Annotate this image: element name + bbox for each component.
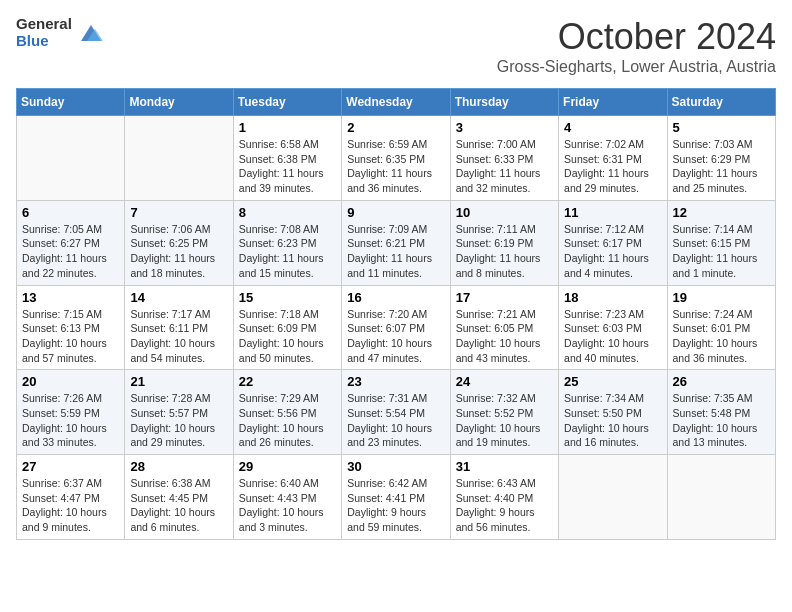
day-info: Sunrise: 7:02 AM Sunset: 6:31 PM Dayligh… — [564, 137, 661, 196]
day-number: 11 — [564, 205, 661, 220]
day-number: 13 — [22, 290, 119, 305]
day-number: 20 — [22, 374, 119, 389]
logo-blue-text: Blue — [16, 33, 72, 50]
day-number: 21 — [130, 374, 227, 389]
day-info: Sunrise: 7:29 AM Sunset: 5:56 PM Dayligh… — [239, 391, 336, 450]
day-number: 24 — [456, 374, 553, 389]
day-number: 7 — [130, 205, 227, 220]
calendar-week-row: 1Sunrise: 6:58 AM Sunset: 6:38 PM Daylig… — [17, 116, 776, 201]
calendar-cell: 4Sunrise: 7:02 AM Sunset: 6:31 PM Daylig… — [559, 116, 667, 201]
calendar-cell: 3Sunrise: 7:00 AM Sunset: 6:33 PM Daylig… — [450, 116, 558, 201]
location-title: Gross-Siegharts, Lower Austria, Austria — [497, 58, 776, 76]
weekday-header: Sunday — [17, 89, 125, 116]
day-info: Sunrise: 7:05 AM Sunset: 6:27 PM Dayligh… — [22, 222, 119, 281]
calendar-cell: 8Sunrise: 7:08 AM Sunset: 6:23 PM Daylig… — [233, 200, 341, 285]
day-info: Sunrise: 7:31 AM Sunset: 5:54 PM Dayligh… — [347, 391, 444, 450]
day-number: 14 — [130, 290, 227, 305]
page-header: General Blue October 2024 Gross-Sieghart… — [16, 16, 776, 76]
day-info: Sunrise: 7:34 AM Sunset: 5:50 PM Dayligh… — [564, 391, 661, 450]
day-number: 22 — [239, 374, 336, 389]
day-info: Sunrise: 6:58 AM Sunset: 6:38 PM Dayligh… — [239, 137, 336, 196]
calendar-cell: 2Sunrise: 6:59 AM Sunset: 6:35 PM Daylig… — [342, 116, 450, 201]
day-number: 2 — [347, 120, 444, 135]
day-info: Sunrise: 7:09 AM Sunset: 6:21 PM Dayligh… — [347, 222, 444, 281]
calendar-cell: 19Sunrise: 7:24 AM Sunset: 6:01 PM Dayli… — [667, 285, 775, 370]
calendar-cell: 31Sunrise: 6:43 AM Sunset: 4:40 PM Dayli… — [450, 455, 558, 540]
calendar-cell: 12Sunrise: 7:14 AM Sunset: 6:15 PM Dayli… — [667, 200, 775, 285]
weekday-header: Wednesday — [342, 89, 450, 116]
day-number: 26 — [673, 374, 770, 389]
day-number: 27 — [22, 459, 119, 474]
day-number: 23 — [347, 374, 444, 389]
day-info: Sunrise: 7:32 AM Sunset: 5:52 PM Dayligh… — [456, 391, 553, 450]
day-number: 6 — [22, 205, 119, 220]
weekday-header: Monday — [125, 89, 233, 116]
day-info: Sunrise: 7:03 AM Sunset: 6:29 PM Dayligh… — [673, 137, 770, 196]
calendar-cell: 13Sunrise: 7:15 AM Sunset: 6:13 PM Dayli… — [17, 285, 125, 370]
day-info: Sunrise: 6:37 AM Sunset: 4:47 PM Dayligh… — [22, 476, 119, 535]
day-number: 29 — [239, 459, 336, 474]
day-info: Sunrise: 7:23 AM Sunset: 6:03 PM Dayligh… — [564, 307, 661, 366]
day-info: Sunrise: 7:24 AM Sunset: 6:01 PM Dayligh… — [673, 307, 770, 366]
calendar-cell: 17Sunrise: 7:21 AM Sunset: 6:05 PM Dayli… — [450, 285, 558, 370]
month-title: October 2024 — [497, 16, 776, 58]
day-info: Sunrise: 6:38 AM Sunset: 4:45 PM Dayligh… — [130, 476, 227, 535]
day-number: 3 — [456, 120, 553, 135]
day-number: 17 — [456, 290, 553, 305]
calendar-cell: 10Sunrise: 7:11 AM Sunset: 6:19 PM Dayli… — [450, 200, 558, 285]
calendar-cell: 9Sunrise: 7:09 AM Sunset: 6:21 PM Daylig… — [342, 200, 450, 285]
calendar-cell: 25Sunrise: 7:34 AM Sunset: 5:50 PM Dayli… — [559, 370, 667, 455]
day-number: 16 — [347, 290, 444, 305]
calendar-cell: 23Sunrise: 7:31 AM Sunset: 5:54 PM Dayli… — [342, 370, 450, 455]
day-info: Sunrise: 6:43 AM Sunset: 4:40 PM Dayligh… — [456, 476, 553, 535]
day-info: Sunrise: 6:40 AM Sunset: 4:43 PM Dayligh… — [239, 476, 336, 535]
logo-icon — [77, 19, 105, 47]
title-block: October 2024 Gross-Siegharts, Lower Aust… — [497, 16, 776, 76]
logo-general-text: General — [16, 16, 72, 33]
calendar-table: SundayMondayTuesdayWednesdayThursdayFrid… — [16, 88, 776, 540]
day-info: Sunrise: 6:59 AM Sunset: 6:35 PM Dayligh… — [347, 137, 444, 196]
calendar-cell: 26Sunrise: 7:35 AM Sunset: 5:48 PM Dayli… — [667, 370, 775, 455]
calendar-cell: 11Sunrise: 7:12 AM Sunset: 6:17 PM Dayli… — [559, 200, 667, 285]
day-info: Sunrise: 7:21 AM Sunset: 6:05 PM Dayligh… — [456, 307, 553, 366]
day-info: Sunrise: 7:14 AM Sunset: 6:15 PM Dayligh… — [673, 222, 770, 281]
calendar-cell: 7Sunrise: 7:06 AM Sunset: 6:25 PM Daylig… — [125, 200, 233, 285]
day-number: 5 — [673, 120, 770, 135]
calendar-cell: 16Sunrise: 7:20 AM Sunset: 6:07 PM Dayli… — [342, 285, 450, 370]
weekday-header: Friday — [559, 89, 667, 116]
calendar-cell: 15Sunrise: 7:18 AM Sunset: 6:09 PM Dayli… — [233, 285, 341, 370]
day-number: 8 — [239, 205, 336, 220]
calendar-cell: 5Sunrise: 7:03 AM Sunset: 6:29 PM Daylig… — [667, 116, 775, 201]
day-info: Sunrise: 7:35 AM Sunset: 5:48 PM Dayligh… — [673, 391, 770, 450]
calendar-cell: 29Sunrise: 6:40 AM Sunset: 4:43 PM Dayli… — [233, 455, 341, 540]
calendar-cell: 20Sunrise: 7:26 AM Sunset: 5:59 PM Dayli… — [17, 370, 125, 455]
calendar-cell: 27Sunrise: 6:37 AM Sunset: 4:47 PM Dayli… — [17, 455, 125, 540]
day-number: 25 — [564, 374, 661, 389]
day-info: Sunrise: 7:08 AM Sunset: 6:23 PM Dayligh… — [239, 222, 336, 281]
day-number: 31 — [456, 459, 553, 474]
calendar-week-row: 20Sunrise: 7:26 AM Sunset: 5:59 PM Dayli… — [17, 370, 776, 455]
calendar-cell: 22Sunrise: 7:29 AM Sunset: 5:56 PM Dayli… — [233, 370, 341, 455]
day-info: Sunrise: 7:15 AM Sunset: 6:13 PM Dayligh… — [22, 307, 119, 366]
calendar-cell — [559, 455, 667, 540]
day-number: 18 — [564, 290, 661, 305]
calendar-week-row: 6Sunrise: 7:05 AM Sunset: 6:27 PM Daylig… — [17, 200, 776, 285]
day-info: Sunrise: 7:28 AM Sunset: 5:57 PM Dayligh… — [130, 391, 227, 450]
day-info: Sunrise: 7:20 AM Sunset: 6:07 PM Dayligh… — [347, 307, 444, 366]
calendar-cell — [667, 455, 775, 540]
weekday-header: Tuesday — [233, 89, 341, 116]
day-number: 15 — [239, 290, 336, 305]
day-number: 4 — [564, 120, 661, 135]
calendar-cell: 1Sunrise: 6:58 AM Sunset: 6:38 PM Daylig… — [233, 116, 341, 201]
day-number: 1 — [239, 120, 336, 135]
calendar-cell: 6Sunrise: 7:05 AM Sunset: 6:27 PM Daylig… — [17, 200, 125, 285]
day-number: 19 — [673, 290, 770, 305]
calendar-cell: 28Sunrise: 6:38 AM Sunset: 4:45 PM Dayli… — [125, 455, 233, 540]
weekday-header: Thursday — [450, 89, 558, 116]
weekday-header: Saturday — [667, 89, 775, 116]
day-info: Sunrise: 7:26 AM Sunset: 5:59 PM Dayligh… — [22, 391, 119, 450]
day-number: 30 — [347, 459, 444, 474]
day-info: Sunrise: 7:11 AM Sunset: 6:19 PM Dayligh… — [456, 222, 553, 281]
calendar-cell: 24Sunrise: 7:32 AM Sunset: 5:52 PM Dayli… — [450, 370, 558, 455]
day-number: 12 — [673, 205, 770, 220]
